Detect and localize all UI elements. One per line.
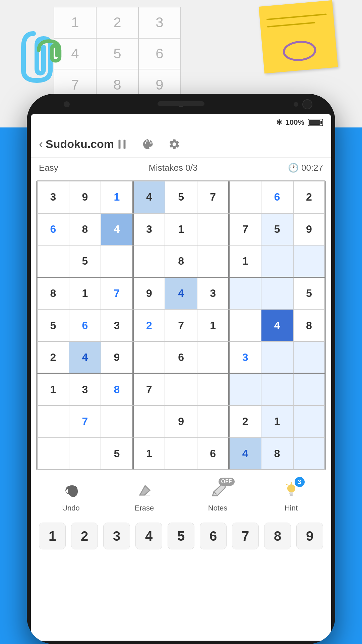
sudoku-cell[interactable]: 3 <box>197 277 229 310</box>
sudoku-cell[interactable] <box>293 341 325 374</box>
sudoku-cell[interactable] <box>293 406 325 438</box>
sudoku-cell[interactable]: 8 <box>165 245 197 277</box>
sudoku-cell[interactable]: 3 <box>37 181 69 213</box>
sudoku-cell[interactable] <box>293 373 325 406</box>
sudoku-cell[interactable]: 9 <box>165 406 197 438</box>
sudoku-cell[interactable]: 9 <box>101 341 133 374</box>
numpad-1-button[interactable]: 1 <box>39 523 66 549</box>
sudoku-cell[interactable] <box>229 181 261 213</box>
sudoku-cell[interactable]: 3 <box>133 213 165 246</box>
sudoku-cell[interactable]: 4 <box>69 341 101 374</box>
sudoku-cell[interactable]: 5 <box>101 438 133 470</box>
sudoku-cell[interactable]: 3 <box>229 341 261 374</box>
sudoku-cell[interactable] <box>165 438 197 470</box>
sudoku-cell[interactable] <box>261 373 293 406</box>
hint-label: Hint <box>285 504 298 513</box>
sudoku-cell[interactable] <box>197 213 229 246</box>
sudoku-cell[interactable]: 9 <box>69 181 101 213</box>
sudoku-cell[interactable]: 8 <box>261 438 293 470</box>
sudoku-cell[interactable] <box>197 245 229 277</box>
sudoku-cell[interactable]: 1 <box>261 406 293 438</box>
sudoku-cell[interactable]: 1 <box>69 277 101 310</box>
sudoku-cell[interactable]: 5 <box>165 181 197 213</box>
sudoku-cell[interactable]: 3 <box>69 373 101 406</box>
sudoku-cell[interactable]: 4 <box>133 181 165 213</box>
back-button[interactable]: ‹ Sudoku.com <box>39 137 114 151</box>
palette-button[interactable] <box>140 136 156 152</box>
settings-button[interactable] <box>166 136 182 152</box>
sudoku-cell[interactable] <box>197 406 229 438</box>
notes-button[interactable]: OFF Notes <box>198 480 238 513</box>
sudoku-cell[interactable]: 2 <box>133 309 165 341</box>
sudoku-cell[interactable] <box>37 438 69 470</box>
numpad-4-button[interactable]: 4 <box>135 523 162 549</box>
pause-button[interactable] <box>114 136 130 152</box>
sudoku-cell[interactable] <box>229 309 261 341</box>
sudoku-cell[interactable]: 8 <box>293 309 325 341</box>
sudoku-cell[interactable]: 4 <box>101 213 133 246</box>
sudoku-cell[interactable]: 7 <box>69 406 101 438</box>
sudoku-cell[interactable]: 6 <box>261 181 293 213</box>
numpad-2-button[interactable]: 2 <box>71 523 98 549</box>
sudoku-cell[interactable]: 2 <box>229 406 261 438</box>
sudoku-cell[interactable]: 7 <box>197 181 229 213</box>
pause-icon <box>116 138 128 150</box>
sudoku-cell[interactable]: 5 <box>293 277 325 310</box>
sudoku-cell[interactable]: 7 <box>101 277 133 310</box>
sudoku-cell[interactable] <box>261 341 293 374</box>
sudoku-cell[interactable]: 1 <box>133 438 165 470</box>
sudoku-cell[interactable]: 3 <box>101 309 133 341</box>
numpad-8-button[interactable]: 8 <box>264 523 291 549</box>
sudoku-cell[interactable] <box>229 277 261 310</box>
sudoku-cell[interactable]: 6 <box>165 341 197 374</box>
numpad-9-button[interactable]: 9 <box>296 523 323 549</box>
erase-button[interactable]: Erase <box>124 480 165 513</box>
sudoku-cell[interactable]: 1 <box>37 373 69 406</box>
sudoku-cell[interactable] <box>37 406 69 438</box>
sudoku-cell[interactable]: 6 <box>37 213 69 246</box>
sudoku-cell[interactable]: 5 <box>261 213 293 246</box>
sudoku-cell[interactable]: 7 <box>165 309 197 341</box>
sudoku-cell[interactable]: 1 <box>165 213 197 246</box>
sudoku-cell[interactable] <box>229 373 261 406</box>
sudoku-cell[interactable] <box>133 341 165 374</box>
sudoku-cell[interactable] <box>101 406 133 438</box>
sudoku-cell[interactable] <box>293 438 325 470</box>
numpad-7-button[interactable]: 7 <box>232 523 259 549</box>
sudoku-cell[interactable]: 6 <box>69 309 101 341</box>
sudoku-cell[interactable]: 5 <box>69 245 101 277</box>
sudoku-cell[interactable] <box>165 373 197 406</box>
sudoku-cell[interactable]: 4 <box>229 438 261 470</box>
numpad-6-button[interactable]: 6 <box>200 523 227 549</box>
sudoku-cell[interactable]: 9 <box>133 277 165 310</box>
sudoku-cell[interactable]: 1 <box>229 245 261 277</box>
sudoku-cell[interactable] <box>101 245 133 277</box>
sudoku-cell[interactable] <box>293 245 325 277</box>
sudoku-cell[interactable] <box>69 438 101 470</box>
sudoku-cell[interactable]: 7 <box>133 373 165 406</box>
sudoku-cell[interactable] <box>197 341 229 374</box>
sudoku-cell[interactable] <box>261 245 293 277</box>
sudoku-cell[interactable] <box>197 373 229 406</box>
sudoku-cell[interactable]: 1 <box>101 181 133 213</box>
sudoku-cell[interactable]: 8 <box>101 373 133 406</box>
sudoku-cell[interactable] <box>261 277 293 310</box>
sudoku-cell[interactable]: 8 <box>37 277 69 310</box>
undo-button[interactable]: Undo <box>51 480 91 513</box>
numpad-5-button[interactable]: 5 <box>168 523 194 549</box>
sudoku-cell[interactable]: 4 <box>261 309 293 341</box>
sudoku-cell[interactable] <box>133 406 165 438</box>
sudoku-cell[interactable]: 5 <box>37 309 69 341</box>
numpad-3-button[interactable]: 3 <box>103 523 130 549</box>
sudoku-cell[interactable]: 6 <box>197 438 229 470</box>
sudoku-cell[interactable] <box>133 245 165 277</box>
sudoku-cell[interactable]: 4 <box>165 277 197 310</box>
sudoku-cell[interactable]: 7 <box>229 213 261 246</box>
sudoku-cell[interactable]: 9 <box>293 213 325 246</box>
sudoku-cell[interactable]: 2 <box>293 181 325 213</box>
sudoku-cell[interactable] <box>37 245 69 277</box>
sudoku-cell[interactable]: 8 <box>69 213 101 246</box>
hint-button[interactable]: 3 Hint <box>271 480 311 513</box>
sudoku-cell[interactable]: 1 <box>197 309 229 341</box>
sudoku-cell[interactable]: 2 <box>37 341 69 374</box>
